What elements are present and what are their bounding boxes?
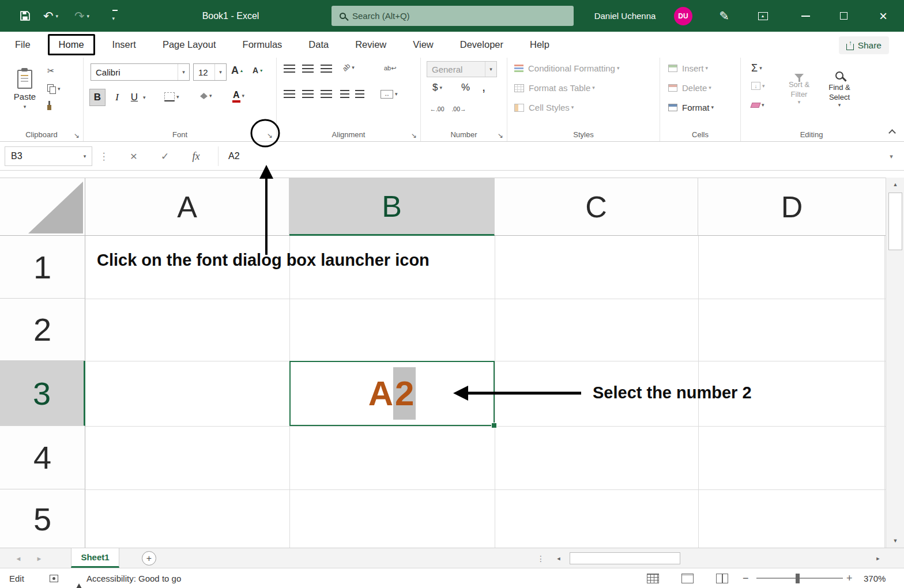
bold-button[interactable]: B	[89, 89, 106, 106]
middle-align-button[interactable]	[302, 65, 314, 73]
search-input[interactable]	[352, 11, 566, 21]
enter-entry-button[interactable]: ✓	[153, 146, 176, 166]
align-right-button[interactable]	[321, 90, 332, 98]
column-header-c[interactable]: C	[495, 178, 698, 236]
collapse-ribbon-icon[interactable]	[888, 129, 896, 137]
delete-cells-button[interactable]: Delete ▾	[668, 83, 711, 93]
macro-record-button[interactable]	[50, 568, 58, 588]
next-sheet-button[interactable]: ►	[33, 548, 45, 568]
row-header-2[interactable]: 2	[0, 299, 85, 361]
clear-button[interactable]: ▾	[751, 103, 764, 108]
tab-file[interactable]: File	[15, 39, 31, 50]
bottom-align-button[interactable]	[321, 65, 332, 73]
scroll-up-button[interactable]: ▲	[886, 178, 904, 191]
page-layout-view-button[interactable]	[681, 568, 694, 588]
tab-developer[interactable]: Developer	[460, 39, 503, 50]
wrap-text-button[interactable]: ab↩	[384, 65, 396, 72]
vertical-scrollbar[interactable]: ▲ ▼	[886, 178, 904, 548]
scroll-down-button[interactable]: ▼	[886, 534, 904, 548]
worksheet-area[interactable]: A B C D 1 2 3 4 5 A2 Click on the font d…	[0, 178, 886, 548]
align-left-button[interactable]	[284, 90, 295, 98]
percent-style-button[interactable]: %	[461, 82, 470, 93]
normal-view-button[interactable]	[647, 568, 659, 588]
cell-b3-selected-text[interactable]: 2	[393, 367, 416, 420]
tab-view[interactable]: View	[413, 39, 433, 50]
font-dialog-launcher-icon[interactable]: ↘	[267, 132, 273, 139]
save-button[interactable]	[15, 0, 35, 32]
maximize-button[interactable]	[830, 0, 857, 32]
autosum-button[interactable]: Σ ▾	[751, 62, 762, 74]
decrease-indent-button[interactable]	[340, 90, 349, 98]
clipboard-dialog-launcher-icon[interactable]: ↘	[74, 132, 80, 139]
copy-button[interactable]: ▾	[47, 84, 61, 94]
tab-data[interactable]: Data	[308, 39, 329, 50]
tab-help[interactable]: Help	[530, 39, 549, 50]
tab-home[interactable]: Home	[48, 34, 95, 55]
increase-indent-button[interactable]	[355, 90, 364, 98]
decrease-decimal-button[interactable]: .00→	[450, 103, 468, 115]
name-box[interactable]: B3 ▾	[5, 146, 92, 166]
vertical-scrollbar-thumb[interactable]	[888, 193, 902, 250]
draw-pen-button[interactable]: ✎	[714, 0, 734, 32]
zoom-slider-thumb[interactable]	[796, 574, 800, 583]
cell-b3-selected[interactable]: A2	[289, 361, 495, 426]
insert-cells-button[interactable]: Insert ▾	[668, 63, 708, 73]
tab-insert[interactable]: Insert	[112, 39, 136, 50]
scroll-left-button[interactable]: ◄	[551, 548, 566, 568]
paste-button[interactable]: Paste ▾	[8, 61, 42, 118]
undo-button[interactable]: ↶ ▾	[38, 0, 63, 32]
italic-button[interactable]: I	[110, 89, 124, 106]
fill-button[interactable]: ↓ ▾	[751, 82, 765, 90]
formula-bar-handle[interactable]: ⋮	[97, 146, 111, 166]
redo-button[interactable]: ↷ ▾	[69, 0, 95, 32]
minimize-button[interactable]	[792, 0, 819, 32]
sort-filter-button[interactable]: Sort & Filter ▾	[781, 61, 817, 118]
quick-access-toolbar-button[interactable]: ▾	[105, 0, 125, 32]
format-as-table-button[interactable]: Format as Table ▾	[514, 83, 595, 93]
fill-color-button[interactable]: ▾	[200, 93, 212, 99]
font-color-button[interactable]: A ▾	[232, 90, 244, 103]
number-format-combo[interactable]: General ▾	[427, 61, 497, 77]
close-button[interactable]: ×	[870, 0, 897, 32]
sheetbar-splitter[interactable]: ⋮	[536, 548, 545, 568]
zoom-level-button[interactable]: 370%	[864, 568, 886, 588]
conditional-formatting-button[interactable]: Conditional Formatting ▾	[514, 63, 619, 73]
format-cells-button[interactable]: Format ▾	[668, 103, 714, 112]
increase-decimal-button[interactable]: ←.00	[428, 103, 446, 115]
expand-formula-bar-button[interactable]: ▾	[883, 146, 899, 166]
fill-handle[interactable]	[491, 423, 497, 428]
center-button[interactable]	[302, 90, 314, 98]
cut-button[interactable]: ✂	[47, 66, 55, 76]
horizontal-scrollbar-thumb[interactable]	[570, 552, 680, 564]
zoom-slider-track[interactable]	[756, 578, 843, 579]
row-header-3[interactable]: 3	[0, 361, 85, 426]
scroll-right-button[interactable]: ►	[871, 548, 886, 568]
accessibility-checker-button[interactable]: Accessibility: Good to go	[76, 568, 181, 588]
comma-style-button[interactable]: ,	[482, 80, 485, 95]
font-size-combo[interactable]: 12 ▾	[193, 63, 227, 81]
tab-page-layout[interactable]: Page Layout	[163, 39, 216, 50]
zoom-out-button[interactable]: −	[743, 568, 749, 588]
search-box[interactable]	[332, 6, 574, 26]
sheet-tab-sheet1[interactable]: Sheet1	[71, 548, 119, 568]
previous-sheet-button[interactable]: ◄	[13, 548, 24, 568]
top-align-button[interactable]	[284, 65, 295, 73]
account-avatar[interactable]: DU	[673, 0, 693, 32]
share-button[interactable]: ↑ Share	[839, 36, 889, 54]
accounting-format-button[interactable]: $ ▾	[432, 82, 442, 93]
tab-review[interactable]: Review	[355, 39, 386, 50]
find-select-button[interactable]: Find & Select ▾	[822, 61, 857, 118]
number-dialog-launcher-icon[interactable]: ↘	[498, 132, 503, 139]
orientation-button[interactable]: ab ▾	[342, 63, 355, 71]
format-painter-button[interactable]	[47, 101, 51, 110]
column-header-a[interactable]: A	[85, 178, 289, 236]
row-header-1[interactable]: 1	[0, 236, 85, 299]
cancel-entry-button[interactable]: ×	[122, 146, 145, 166]
underline-button[interactable]: U ▾	[127, 89, 146, 106]
row-header-4[interactable]: 4	[0, 426, 85, 489]
row-header-5[interactable]: 5	[0, 489, 85, 548]
merge-center-button[interactable]: ↔ ▾	[381, 90, 398, 99]
borders-button[interactable]: ▾	[164, 92, 179, 101]
decrease-font-size-button[interactable]: A▾	[253, 66, 262, 75]
font-name-combo[interactable]: Calibri ▾	[91, 63, 190, 81]
